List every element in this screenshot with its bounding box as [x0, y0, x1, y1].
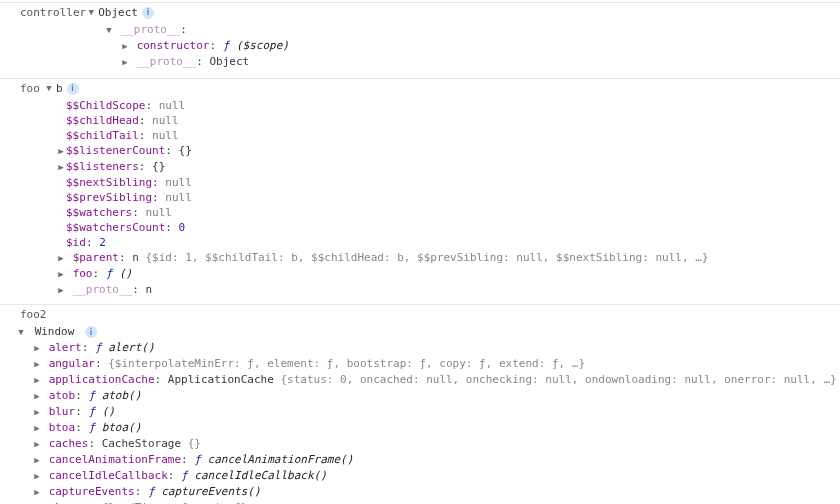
- function-sig: (): [119, 267, 132, 280]
- class-name: n: [132, 251, 139, 264]
- expand-arrow[interactable]: ▶: [120, 39, 130, 54]
- group-foo: foo ▼ b i: [0, 78, 840, 98]
- prop-name: $$nextSibling: [66, 176, 152, 189]
- expand-arrow[interactable]: ▶: [120, 55, 130, 70]
- prop-name: cancelIdleCallback: [49, 469, 168, 482]
- function-f: ƒ: [88, 405, 95, 418]
- expand-arrow[interactable]: ▶: [32, 421, 42, 436]
- object-preview: {}: [188, 437, 201, 450]
- chrome-row[interactable]: ▶ chrome: {loadTimes: ƒ, csi: ƒ}: [0, 500, 840, 504]
- captureevents-row[interactable]: ▶ captureEvents: ƒ captureEvents(): [0, 484, 840, 500]
- info-icon[interactable]: i: [85, 326, 97, 338]
- prop-name: __proto__: [137, 55, 197, 68]
- expand-arrow[interactable]: ▶: [56, 251, 66, 266]
- expand-arrow[interactable]: ▶: [32, 357, 42, 372]
- section-label: foo2: [4, 307, 47, 322]
- expand-arrow[interactable]: ▶: [32, 341, 42, 356]
- expand-arrow[interactable]: ▶: [32, 469, 42, 484]
- blur-row[interactable]: ▶ blur: ƒ (): [0, 404, 840, 420]
- prop-value: null: [145, 206, 172, 219]
- cancelidle-row[interactable]: ▶ cancelIdleCallback: ƒ cancelIdleCallba…: [0, 468, 840, 484]
- expand-arrow[interactable]: ▶: [56, 267, 66, 282]
- prop-name: applicationCache: [49, 373, 155, 386]
- property-row: $$ChildScope: null: [0, 98, 840, 113]
- property-row: $$prevSibling: null: [0, 190, 840, 205]
- function-f: ƒ: [223, 39, 230, 52]
- prop-value: null: [152, 114, 179, 127]
- window-row[interactable]: ▼ Window i: [0, 324, 840, 340]
- object-preview: {$interpolateMinErr: ƒ, element: ƒ, boot…: [108, 357, 585, 370]
- prop-name: __proto__: [73, 283, 133, 296]
- prop-value: 2: [99, 236, 106, 249]
- prop-name: $$watchers: [66, 206, 132, 219]
- prop-name: $$watchersCount: [66, 221, 165, 234]
- prop-value: {}: [152, 160, 165, 173]
- angular-row[interactable]: ▶ angular: {$interpolateMinErr: ƒ, eleme…: [0, 356, 840, 372]
- expand-arrow[interactable]: ▼: [86, 5, 96, 20]
- prop-name: __proto__: [121, 23, 181, 36]
- alert-row[interactable]: ▶ alert: ƒ alert(): [0, 340, 840, 356]
- prop-name: alert: [49, 341, 82, 354]
- section-label: controller: [4, 5, 86, 20]
- appcache-row[interactable]: ▶ applicationCache: ApplicationCache {st…: [0, 372, 840, 388]
- expand-arrow[interactable]: ▶: [56, 160, 66, 175]
- property-row: $$watchersCount: 0: [0, 220, 840, 235]
- caches-row[interactable]: ▶ caches: CacheStorage {}: [0, 436, 840, 452]
- prop-value: null: [152, 129, 179, 142]
- proto-row[interactable]: ▼ __proto__:: [0, 22, 840, 38]
- expand-arrow[interactable]: ▼: [104, 23, 114, 38]
- prop-name: btoa: [49, 421, 76, 434]
- prop-name: $parent: [73, 251, 119, 264]
- function-f: ƒ: [148, 485, 155, 498]
- prop-value: null: [165, 191, 192, 204]
- prop-name: atob: [49, 389, 76, 402]
- function-sig: cancelIdleCallback(): [194, 469, 326, 482]
- prop-value: n: [145, 283, 152, 296]
- cancelanimframe-row[interactable]: ▶ cancelAnimationFrame: ƒ cancelAnimatio…: [0, 452, 840, 468]
- property-row[interactable]: ▶$$listenerCount: {}: [0, 143, 840, 159]
- info-icon[interactable]: i: [67, 83, 79, 95]
- prop-name: constructor: [137, 39, 210, 52]
- function-sig: captureEvents(): [161, 485, 260, 498]
- expand-arrow[interactable]: ▼: [16, 325, 26, 340]
- function-sig: cancelAnimationFrame(): [208, 453, 354, 466]
- property-row: $$childTail: null: [0, 128, 840, 143]
- object-preview: {$id: 1, $$childTail: b, $$childHead: b,…: [145, 251, 708, 264]
- parent-row[interactable]: ▶ $parent: n {$id: 1, $$childTail: b, $$…: [0, 250, 840, 266]
- expand-arrow[interactable]: ▶: [56, 283, 66, 298]
- inner-proto-row[interactable]: ▶ __proto__: Object: [0, 54, 840, 70]
- btoa-row[interactable]: ▶ btoa: ƒ btoa(): [0, 420, 840, 436]
- prop-value: null: [165, 176, 192, 189]
- expand-arrow[interactable]: ▶: [32, 405, 42, 420]
- foo-fn-row[interactable]: ▶ foo: ƒ (): [0, 266, 840, 282]
- atob-row[interactable]: ▶ atob: ƒ atob(): [0, 388, 840, 404]
- expand-arrow[interactable]: ▶: [32, 485, 42, 500]
- function-f: ƒ: [106, 267, 113, 280]
- class-name: CacheStorage: [102, 437, 181, 450]
- expand-arrow[interactable]: ▶: [32, 389, 42, 404]
- prop-name: caches: [49, 437, 89, 450]
- group-foo2: foo2: [0, 304, 840, 324]
- function-f: ƒ: [181, 469, 188, 482]
- property-row: $id: 2: [0, 235, 840, 250]
- object-type: b: [56, 81, 63, 96]
- property-row[interactable]: ▶$$listeners: {}: [0, 159, 840, 175]
- expand-arrow[interactable]: ▶: [32, 453, 42, 468]
- function-f: ƒ: [194, 453, 201, 466]
- info-icon[interactable]: i: [142, 7, 154, 19]
- object-type: Object: [98, 5, 138, 20]
- prop-value: {}: [179, 144, 192, 157]
- property-row: $$childHead: null: [0, 113, 840, 128]
- group-controller: controller ▼ Object i: [0, 2, 840, 22]
- function-sig: (): [102, 405, 115, 418]
- expand-arrow[interactable]: ▼: [44, 81, 54, 96]
- expand-arrow[interactable]: ▶: [32, 373, 42, 388]
- prop-name: $$childHead: [66, 114, 139, 127]
- expand-arrow[interactable]: ▶: [56, 144, 66, 159]
- expand-arrow[interactable]: ▶: [32, 437, 42, 452]
- foo-proto-row[interactable]: ▶ __proto__: n: [0, 282, 840, 298]
- prop-name: foo: [73, 267, 93, 280]
- function-sig: btoa(): [102, 421, 142, 434]
- constructor-row[interactable]: ▶ constructor: ƒ ($scope): [0, 38, 840, 54]
- function-f: ƒ: [88, 389, 95, 402]
